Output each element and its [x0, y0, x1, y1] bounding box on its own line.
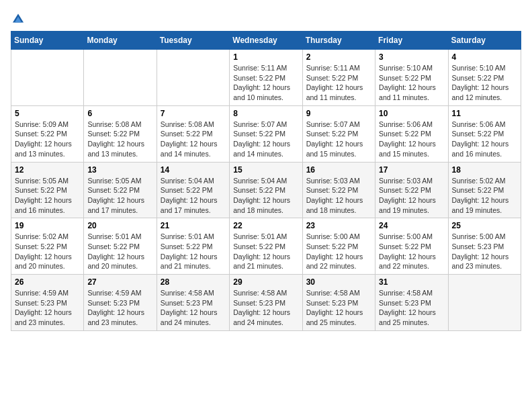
calendar-cell: 15Sunrise: 5:04 AMSunset: 5:22 PMDayligh… — [230, 162, 302, 218]
calendar-table: SundayMondayTuesdayWednesdayThursdayFrid… — [11, 31, 521, 331]
calendar-cell — [448, 275, 521, 331]
day-number: 29 — [233, 277, 298, 287]
calendar-cell: 16Sunrise: 5:03 AMSunset: 5:22 PMDayligh… — [302, 162, 375, 218]
day-number: 22 — [233, 221, 298, 230]
day-info: Sunrise: 5:06 AMSunset: 5:22 PMDaylight:… — [452, 120, 517, 159]
day-number: 17 — [379, 165, 444, 175]
calendar-cell: 18Sunrise: 5:02 AMSunset: 5:22 PMDayligh… — [448, 162, 521, 218]
calendar-cell — [11, 50, 84, 106]
column-header-sunday: Sunday — [11, 32, 84, 50]
column-header-friday: Friday — [375, 32, 448, 50]
calendar-cell: 1Sunrise: 5:11 AMSunset: 5:22 PMDaylight… — [230, 50, 302, 106]
calendar-header-row: SundayMondayTuesdayWednesdayThursdayFrid… — [11, 32, 521, 50]
calendar-cell: 24Sunrise: 5:00 AMSunset: 5:22 PMDayligh… — [375, 218, 448, 275]
header — [11, 11, 521, 26]
day-number: 25 — [452, 221, 517, 230]
day-info: Sunrise: 4:59 AMSunset: 5:23 PMDaylight:… — [15, 288, 80, 328]
day-info: Sunrise: 5:01 AMSunset: 5:22 PMDaylight:… — [87, 232, 152, 271]
day-number: 9 — [306, 109, 371, 118]
column-header-saturday: Saturday — [448, 32, 521, 50]
column-header-monday: Monday — [84, 32, 157, 50]
calendar-week-row: 12Sunrise: 5:05 AMSunset: 5:22 PMDayligh… — [11, 162, 521, 218]
calendar-cell: 11Sunrise: 5:06 AMSunset: 5:22 PMDayligh… — [448, 105, 521, 162]
calendar-week-row: 26Sunrise: 4:59 AMSunset: 5:23 PMDayligh… — [11, 275, 521, 331]
day-info: Sunrise: 5:08 AMSunset: 5:22 PMDaylight:… — [161, 120, 226, 159]
day-number: 30 — [306, 277, 371, 287]
column-header-wednesday: Wednesday — [230, 32, 302, 50]
day-number: 8 — [233, 109, 298, 118]
day-number: 19 — [15, 221, 80, 230]
day-info: Sunrise: 4:58 AMSunset: 5:23 PMDaylight:… — [233, 288, 298, 328]
calendar-cell: 12Sunrise: 5:05 AMSunset: 5:22 PMDayligh… — [11, 162, 84, 218]
day-number: 23 — [306, 221, 371, 230]
day-info: Sunrise: 5:02 AMSunset: 5:22 PMDaylight:… — [15, 232, 80, 271]
calendar-week-row: 19Sunrise: 5:02 AMSunset: 5:22 PMDayligh… — [11, 218, 521, 275]
calendar-cell: 26Sunrise: 4:59 AMSunset: 5:23 PMDayligh… — [11, 275, 84, 331]
day-info: Sunrise: 5:00 AMSunset: 5:22 PMDaylight:… — [379, 232, 444, 271]
day-info: Sunrise: 5:04 AMSunset: 5:22 PMDaylight:… — [233, 176, 298, 216]
calendar-cell: 8Sunrise: 5:07 AMSunset: 5:22 PMDaylight… — [230, 105, 302, 162]
calendar-week-row: 5Sunrise: 5:09 AMSunset: 5:22 PMDaylight… — [11, 105, 521, 162]
day-info: Sunrise: 5:00 AMSunset: 5:22 PMDaylight:… — [306, 232, 371, 271]
column-header-tuesday: Tuesday — [157, 32, 229, 50]
calendar-cell: 29Sunrise: 4:58 AMSunset: 5:23 PMDayligh… — [230, 275, 302, 331]
calendar-cell: 14Sunrise: 5:04 AMSunset: 5:22 PMDayligh… — [157, 162, 229, 218]
calendar-cell: 21Sunrise: 5:01 AMSunset: 5:22 PMDayligh… — [157, 218, 229, 275]
day-info: Sunrise: 5:06 AMSunset: 5:22 PMDaylight:… — [379, 120, 444, 159]
day-info: Sunrise: 5:09 AMSunset: 5:22 PMDaylight:… — [15, 120, 80, 159]
calendar-cell: 17Sunrise: 5:03 AMSunset: 5:22 PMDayligh… — [375, 162, 448, 218]
day-info: Sunrise: 5:10 AMSunset: 5:22 PMDaylight:… — [379, 63, 444, 103]
day-info: Sunrise: 5:07 AMSunset: 5:22 PMDaylight:… — [233, 120, 298, 159]
day-info: Sunrise: 5:10 AMSunset: 5:22 PMDaylight:… — [452, 63, 517, 103]
calendar-cell: 31Sunrise: 4:58 AMSunset: 5:23 PMDayligh… — [375, 275, 448, 331]
calendar-cell: 30Sunrise: 4:58 AMSunset: 5:23 PMDayligh… — [302, 275, 375, 331]
day-info: Sunrise: 5:05 AMSunset: 5:22 PMDaylight:… — [87, 176, 152, 216]
day-info: Sunrise: 5:04 AMSunset: 5:22 PMDaylight:… — [161, 176, 226, 216]
calendar-cell: 25Sunrise: 5:00 AMSunset: 5:23 PMDayligh… — [448, 218, 521, 275]
day-info: Sunrise: 5:07 AMSunset: 5:22 PMDaylight:… — [306, 120, 371, 159]
day-info: Sunrise: 5:11 AMSunset: 5:22 PMDaylight:… — [233, 63, 298, 103]
logo — [11, 11, 28, 26]
day-number: 24 — [379, 221, 444, 230]
logo-icon — [11, 11, 26, 26]
calendar-cell: 3Sunrise: 5:10 AMSunset: 5:22 PMDaylight… — [375, 50, 448, 106]
column-header-thursday: Thursday — [302, 32, 375, 50]
day-number: 12 — [15, 165, 80, 175]
day-number: 2 — [306, 52, 371, 62]
day-number: 13 — [87, 165, 152, 175]
calendar-cell: 28Sunrise: 4:58 AMSunset: 5:23 PMDayligh… — [157, 275, 229, 331]
calendar-cell: 6Sunrise: 5:08 AMSunset: 5:22 PMDaylight… — [84, 105, 157, 162]
day-number: 11 — [452, 109, 517, 118]
day-info: Sunrise: 5:03 AMSunset: 5:22 PMDaylight:… — [379, 176, 444, 216]
day-number: 3 — [379, 52, 444, 62]
day-info: Sunrise: 5:01 AMSunset: 5:22 PMDaylight:… — [233, 232, 298, 271]
day-number: 27 — [87, 277, 152, 287]
calendar-cell: 23Sunrise: 5:00 AMSunset: 5:22 PMDayligh… — [302, 218, 375, 275]
day-number: 10 — [379, 109, 444, 118]
day-info: Sunrise: 4:58 AMSunset: 5:23 PMDaylight:… — [306, 288, 371, 328]
day-info: Sunrise: 5:03 AMSunset: 5:22 PMDaylight:… — [306, 176, 371, 216]
day-number: 14 — [161, 165, 226, 175]
day-number: 4 — [452, 52, 517, 62]
calendar-cell: 27Sunrise: 4:59 AMSunset: 5:23 PMDayligh… — [84, 275, 157, 331]
day-info: Sunrise: 5:00 AMSunset: 5:23 PMDaylight:… — [452, 232, 517, 271]
day-number: 1 — [233, 52, 298, 62]
calendar-cell: 2Sunrise: 5:11 AMSunset: 5:22 PMDaylight… — [302, 50, 375, 106]
calendar-cell: 10Sunrise: 5:06 AMSunset: 5:22 PMDayligh… — [375, 105, 448, 162]
day-info: Sunrise: 4:58 AMSunset: 5:23 PMDaylight:… — [161, 288, 226, 328]
calendar-cell: 9Sunrise: 5:07 AMSunset: 5:22 PMDaylight… — [302, 105, 375, 162]
calendar-cell: 20Sunrise: 5:01 AMSunset: 5:22 PMDayligh… — [84, 218, 157, 275]
day-info: Sunrise: 5:11 AMSunset: 5:22 PMDaylight:… — [306, 63, 371, 103]
day-info: Sunrise: 4:59 AMSunset: 5:23 PMDaylight:… — [87, 288, 152, 328]
day-number: 7 — [161, 109, 226, 118]
calendar-cell — [157, 50, 229, 106]
day-number: 26 — [15, 277, 80, 287]
calendar-cell: 4Sunrise: 5:10 AMSunset: 5:22 PMDaylight… — [448, 50, 521, 106]
day-number: 16 — [306, 165, 371, 175]
day-number: 18 — [452, 165, 517, 175]
day-info: Sunrise: 5:01 AMSunset: 5:22 PMDaylight:… — [161, 232, 226, 271]
day-number: 31 — [379, 277, 444, 287]
day-number: 21 — [161, 221, 226, 230]
day-number: 15 — [233, 165, 298, 175]
day-info: Sunrise: 5:02 AMSunset: 5:22 PMDaylight:… — [452, 176, 517, 216]
